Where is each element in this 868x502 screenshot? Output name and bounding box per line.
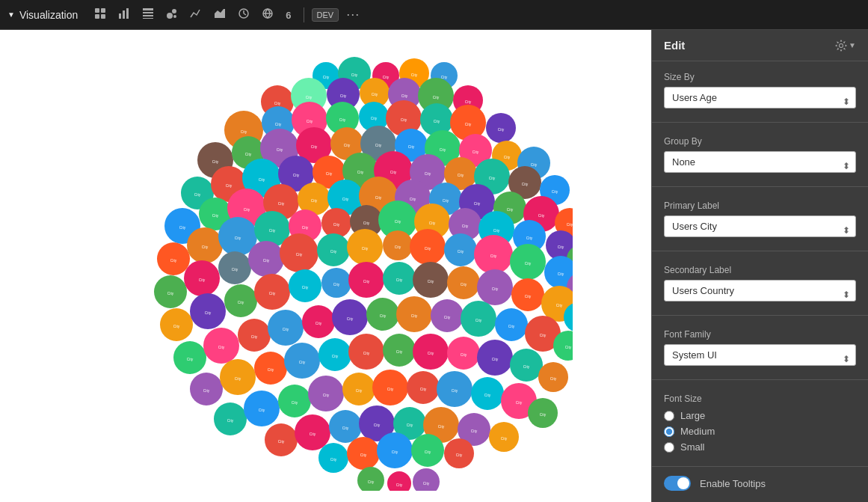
svg-text:City: City [322,393,329,397]
svg-text:City: City [461,224,468,228]
divider-6 [652,466,868,467]
svg-text:City: City [282,327,289,331]
svg-rect-0 [95,8,99,13]
primary-label-section: Primary Label Users City Users Country N… [652,190,868,248]
map-icon-btn[interactable] [257,4,278,25]
svg-text:City: City [367,480,374,484]
svg-text:City: City [401,94,407,98]
svg-point-11 [167,13,173,19]
time-icon-btn[interactable] [233,4,254,25]
svg-text:City: City [557,245,564,249]
svg-text:City: City [173,324,179,328]
toolbar: ▼ Visualization 6 DEV ··· [0,0,868,30]
more-options-btn[interactable]: ··· [342,4,364,25]
svg-text:City: City [508,324,514,328]
font-family-wrapper: System UI Arial Helvetica Times New Roma… [664,344,856,373]
svg-text:City: City [170,258,176,263]
svg-text:City: City [470,429,477,433]
svg-text:City: City [330,457,336,462]
svg-text:City: City [355,388,362,393]
font-size-medium-radio[interactable] [664,426,674,437]
svg-text:City: City [194,192,200,197]
font-size-large-radio[interactable] [664,411,674,421]
svg-point-13 [173,15,176,18]
table2-icon-btn[interactable] [138,4,158,25]
svg-rect-9 [143,15,153,16]
svg-text:City: City [491,287,498,291]
edit-header: Edit ▼ [652,30,868,61]
svg-text:City: City [339,117,345,122]
font-size-large-option[interactable]: Large [664,410,856,421]
svg-text:City: City [301,225,308,230]
svg-rect-4 [119,13,121,19]
secondary-label-select[interactable]: Users Country Users City None [664,280,856,301]
settings-gear-btn[interactable]: ▼ [835,40,856,52]
svg-marker-14 [215,9,225,18]
svg-text:City: City [227,418,233,423]
dropdown-arrow-icon: ▼ [7,10,15,19]
svg-text:City: City [276,147,283,152]
bubble-chart-icon-btn[interactable] [161,4,182,25]
svg-text:City: City [363,221,369,225]
number-icon-btn[interactable]: 6 [281,6,295,24]
enable-tooltips-section: Enable Tooltips [652,470,868,497]
svg-text:City: City [363,279,369,284]
svg-text:City: City [424,246,431,251]
svg-text:City: City [424,450,431,454]
svg-text:City: City [460,352,467,357]
toolbar-icons: 6 DEV ··· [90,4,364,25]
svg-text:City: City [203,388,209,393]
enable-tooltips-toggle[interactable] [664,476,691,491]
svg-text:City: City [427,351,434,355]
font-family-select[interactable]: System UI Arial Helvetica Times New Roma… [664,344,856,366]
svg-text:City: City [351,73,357,77]
toolbar-title: ▼ Visualization [7,9,78,21]
svg-text:City: City [455,453,462,457]
line-chart-icon-btn[interactable] [185,4,206,25]
table-icon-btn[interactable] [90,4,111,25]
size-by-section: Size By Users Age Users Count None [652,61,868,119]
svg-text:City: City [186,357,193,361]
enable-tooltips-label: Enable Tooltips [700,478,766,489]
bar-chart-icon-btn[interactable] [114,4,135,25]
svg-text:City: City [490,254,496,258]
svg-text:City: City [526,236,532,240]
svg-text:City: City [268,291,275,296]
visualization-title: Visualization [19,9,78,21]
divider-1 [652,122,868,123]
viz-panel: .b1{fill:#e74c3c} .b2{fill:#e67e22} .b3{… [0,30,651,502]
svg-text:City: City [410,73,417,77]
svg-rect-7 [143,8,153,10]
primary-label-select[interactable]: Users City Users Country None [664,215,856,237]
svg-text:City: City [237,300,244,304]
svg-text:City: City [346,316,353,321]
svg-text:City: City [360,453,366,457]
svg-text:City: City [243,207,250,212]
size-by-select[interactable]: Users Age Users Count None [664,87,856,108]
svg-text:City: City [395,483,402,487]
svg-rect-10 [143,18,153,19]
font-size-small-radio[interactable] [664,442,674,453]
svg-text:City: City [325,171,332,176]
primary-label-wrapper: Users City Users Country None [664,215,856,245]
svg-text:City: City [333,222,339,227]
svg-text:City: City [439,147,446,152]
area-chart-icon-btn[interactable] [209,4,230,25]
svg-text:City: City [198,278,205,282]
svg-text:City: City [301,285,308,290]
group-by-select[interactable]: None Users City Users Country [664,151,856,173]
svg-text:City: City [521,182,528,186]
svg-text:City: City [277,439,284,444]
group-by-wrapper: None Users City Users Country [664,151,856,180]
svg-text:City: City [424,171,431,176]
font-size-label: Font Size [664,394,856,404]
svg-text:City: City [394,219,401,224]
svg-text:City: City [473,201,480,206]
svg-text:City: City [234,376,241,381]
dev-badge-btn[interactable]: DEV [312,8,339,22]
svg-text:City: City [231,267,238,272]
svg-text:City: City [204,310,211,315]
group-by-section: Group By None Users City Users Country [652,126,868,183]
font-size-small-option[interactable]: Small [664,441,856,453]
font-size-medium-option[interactable]: Medium [664,426,856,437]
